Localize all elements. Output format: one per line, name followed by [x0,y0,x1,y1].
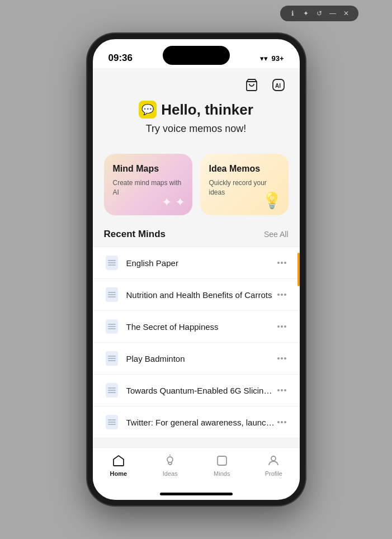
doc-icon-1 [104,287,120,302]
recent-section-header: Recent Minds See All [93,226,300,247]
status-time: 09:36 [108,53,133,64]
home-icon [111,453,126,468]
recent-title: Recent Minds [104,229,166,240]
minds-icon [215,453,229,468]
screen: AI 💬 Hello, thinker Try voice memos now!… [93,68,300,447]
svg-point-6 [271,456,276,461]
hero-subtitle: Try voice memos now! [146,123,246,135]
item-title-5: Twitter: For general awareness, launch..… [126,418,275,427]
svg-text:AI: AI [275,83,281,89]
item-title-0: English Paper [126,258,275,268]
recent-list: English Paper Nutrition and Health Benef… [93,247,300,438]
feature-cards: Mind Maps Create mind maps with AI ✦ ✦ I… [93,148,300,226]
hero-section: 💬 Hello, thinker Try voice memos now! [93,95,300,148]
ideas-icon [163,453,177,468]
idea-memos-decoration: 💡 [262,191,282,210]
item-title-1: Nutrition and Health Benefits of Carrots [126,290,275,300]
mind-maps-title: Mind Maps [113,164,183,174]
list-item[interactable]: English Paper [93,247,300,279]
more-button-5[interactable] [275,419,289,425]
minimize-icon[interactable]: — [328,9,337,18]
more-button-3[interactable] [275,355,289,362]
doc-icon-5 [104,414,120,430]
home-indicator [160,493,233,495]
window-bar: ℹ ✦ ↺ — ✕ [280,6,358,21]
close-icon[interactable]: ✕ [342,9,351,18]
more-button-0[interactable] [275,259,289,266]
doc-icon-3 [104,351,120,366]
nav-minds-label: Minds [214,470,230,477]
more-button-4[interactable] [275,387,289,394]
greeting-text: Hello, thinker [161,101,253,119]
info-icon[interactable]: ℹ [288,9,297,18]
list-item[interactable]: Nutrition and Health Benefits of Carrots [93,279,300,311]
nav-profile[interactable]: Profile [248,453,300,477]
refresh-icon[interactable]: ↺ [315,9,324,18]
top-actions: AI [93,68,300,95]
more-button-1[interactable] [275,291,289,298]
item-title-3: Play Badminton [126,354,275,363]
svg-rect-5 [218,456,226,465]
greeting-badge: 💬 Hello, thinker [139,101,253,119]
idea-memos-card[interactable]: Idea Memos Quickly record your ideas 💡 [200,154,289,215]
wifi-icon: ▾▾ [260,54,268,63]
item-title-4: Towards Quantum-Enabled 6G Slicing-... [126,386,275,395]
profile-icon [266,453,281,468]
scroll-indicator [297,253,300,286]
mind-maps-desc: Create mind maps with AI [113,178,183,197]
dynamic-island [163,46,230,65]
list-item[interactable]: Play Badminton [93,343,300,375]
greeting-icon: 💬 [139,101,157,119]
phone-shell: 09:36 ▾▾ 93+ [87,34,305,505]
doc-icon-2 [104,319,120,334]
doc-icon-4 [104,382,120,398]
svg-point-3 [167,457,173,462]
see-all-button[interactable]: See All [264,230,289,239]
nav-ideas-label: Ideas [163,470,178,477]
desktop: ℹ ✦ ↺ — ✕ 09:36 ▾▾ 93+ [0,0,392,539]
battery-level: 93+ [271,54,284,63]
nav-ideas[interactable]: Ideas [144,453,196,477]
mind-maps-card[interactable]: Mind Maps Create mind maps with AI ✦ ✦ [104,154,192,215]
ai-button[interactable]: AI [268,75,289,95]
item-title-2: The Secret of Happiness [126,322,275,332]
list-item[interactable]: Towards Quantum-Enabled 6G Slicing-... [93,375,300,406]
doc-icon-0 [104,255,120,271]
nav-profile-label: Profile [265,470,282,477]
nav-home[interactable]: Home [93,453,145,477]
more-button-2[interactable] [275,323,289,330]
list-item[interactable]: Twitter: For general awareness, launch..… [93,406,300,438]
nav-minds[interactable]: Minds [196,453,248,477]
mind-maps-decoration: ✦ ✦ [162,195,185,210]
star-icon[interactable]: ✦ [301,9,310,18]
status-icons: ▾▾ 93+ [260,54,284,63]
list-item[interactable]: The Secret of Happiness [93,311,300,343]
nav-home-label: Home [110,470,127,477]
bottom-nav: Home Ideas Minds [93,447,300,493]
idea-memos-title: Idea Memos [209,164,280,174]
basket-button[interactable] [242,75,262,95]
